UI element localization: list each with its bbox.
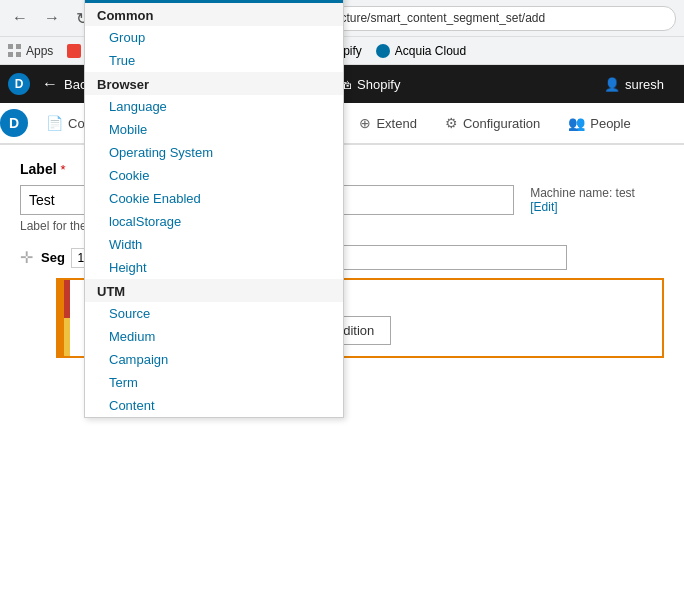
gmail-favicon bbox=[67, 44, 81, 58]
nav-configuration[interactable]: ⚙ Configuration bbox=[431, 104, 554, 144]
machine-name-text: Machine name: test [Edit] bbox=[530, 186, 664, 214]
segment-area: ✛ Seg 1 If conditions are true bbox=[20, 245, 664, 358]
drupal-nav-logo: D bbox=[0, 109, 28, 137]
dropdown-item-campaign[interactable]: Campaign bbox=[85, 348, 343, 371]
nav-people[interactable]: 👥 People bbox=[554, 104, 644, 144]
people-label: People bbox=[590, 116, 630, 131]
extend-label: Extend bbox=[376, 116, 416, 131]
back-nav-button[interactable]: ← bbox=[8, 7, 32, 29]
dropdown-item-height[interactable]: Height bbox=[85, 256, 343, 279]
dropdown-item-cookie-enabled[interactable]: Cookie Enabled bbox=[85, 187, 343, 210]
dropdown-item-group[interactable]: Group bbox=[85, 26, 343, 49]
drag-handle-icon[interactable]: ✛ bbox=[20, 248, 33, 267]
back-arrow-icon: ← bbox=[42, 75, 58, 93]
dropdown-item-content[interactable]: Content bbox=[85, 394, 343, 417]
dropdown-item-medium[interactable]: Medium bbox=[85, 325, 343, 348]
dropdown-group-utm-header: UTM bbox=[85, 279, 343, 302]
forward-nav-button[interactable]: → bbox=[40, 7, 64, 29]
red-bar bbox=[64, 280, 70, 318]
apps-link[interactable]: Apps bbox=[8, 44, 53, 58]
select-condition-wrapper: - Select a condition - Common Group True… bbox=[84, 315, 264, 346]
people-icon: 👥 bbox=[568, 115, 585, 131]
condition-block: If conditions are true - Select a condit… bbox=[56, 278, 664, 358]
dropdown-item-true[interactable]: True bbox=[85, 49, 343, 72]
dropdown-menu: - Select a condition - Common Group True… bbox=[84, 0, 344, 418]
dropdown-item-mobile[interactable]: Mobile bbox=[85, 118, 343, 141]
apps-label: Apps bbox=[26, 44, 53, 58]
user-label: suresh bbox=[625, 77, 664, 92]
dropdown-item-language[interactable]: Language bbox=[85, 95, 343, 118]
label-field-label: Label bbox=[20, 161, 57, 177]
machine-name-edit-link[interactable]: [Edit] bbox=[530, 200, 557, 214]
dropdown-item-cookie[interactable]: Cookie bbox=[85, 164, 343, 187]
acquia-tab[interactable]: Acquia Cloud bbox=[395, 44, 466, 58]
extend-icon: ⊕ bbox=[359, 115, 371, 131]
dropdown-item-source[interactable]: Source bbox=[85, 302, 343, 325]
seg-label: Seg bbox=[41, 250, 65, 265]
dropdown-item-operating-system[interactable]: Operating System bbox=[85, 141, 343, 164]
required-marker: * bbox=[61, 162, 66, 177]
page-content: Label * Machine name: test [Edit] Label … bbox=[0, 145, 684, 374]
dropdown-item-term[interactable]: Term bbox=[85, 371, 343, 394]
dropdown-item-width[interactable]: Width bbox=[85, 233, 343, 256]
configuration-label: Configuration bbox=[463, 116, 540, 131]
user-icon: 👤 bbox=[604, 77, 620, 92]
content-icon: 📄 bbox=[46, 115, 63, 131]
yellow-bar bbox=[64, 318, 70, 356]
dropdown-group-common-header: Common bbox=[85, 3, 343, 26]
shopify-admin-label: Shopify bbox=[357, 77, 400, 92]
acquia-favicon bbox=[376, 44, 390, 58]
user-link[interactable]: 👤 suresh bbox=[592, 65, 676, 103]
configuration-icon: ⚙ bbox=[445, 115, 458, 131]
drupal-logo: D bbox=[8, 73, 30, 95]
dropdown-item-localstorage[interactable]: localStorage bbox=[85, 210, 343, 233]
nav-extend[interactable]: ⊕ Extend bbox=[345, 104, 430, 144]
dropdown-group-browser-header: Browser bbox=[85, 72, 343, 95]
